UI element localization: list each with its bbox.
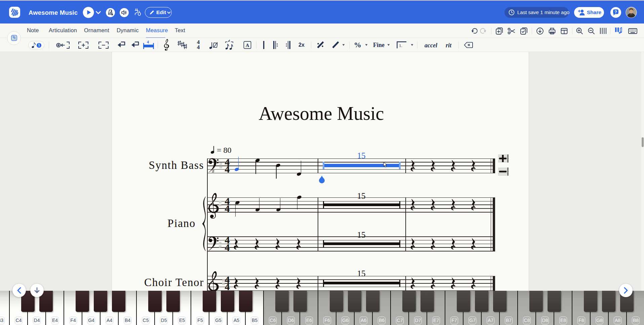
svg-text:A: A [246,43,249,48]
svg-text:1.: 1. [399,43,402,48]
svg-text:8: 8 [212,169,214,173]
svg-text:?: ? [614,9,617,14]
